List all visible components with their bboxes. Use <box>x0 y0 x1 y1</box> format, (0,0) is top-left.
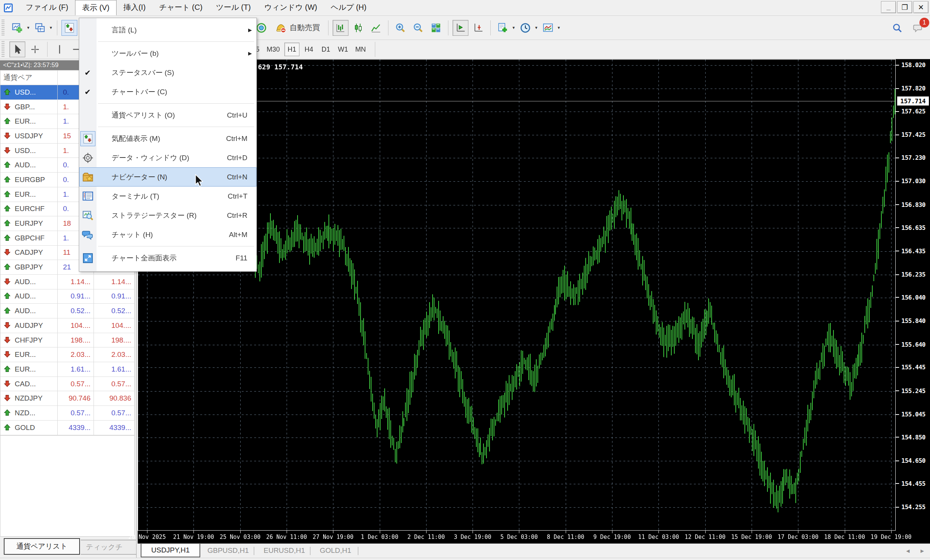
arrow-up-icon <box>3 205 12 213</box>
symbol-cell: GBPJPY <box>0 260 58 275</box>
time-axis-label: 9 Dec 19:00 <box>593 534 631 540</box>
view-menu-item[interactable]: ✔チャートバー (C) <box>79 82 256 101</box>
chart-tab[interactable]: GOLD,H1 <box>312 544 359 557</box>
timeframe-m30-button[interactable]: M30 <box>264 43 282 56</box>
chart-tab[interactable]: GBPUSD,H1 <box>200 544 256 557</box>
cursor-tool-button[interactable] <box>9 41 25 57</box>
dropdown-caret-icon[interactable]: ▼ <box>534 26 538 30</box>
chat-notification-button[interactable]: 1 <box>910 20 926 36</box>
chart-shift-icon <box>473 22 484 34</box>
arrow-up-icon <box>3 365 12 373</box>
view-menu-item[interactable]: ナビゲーター (N)Ctrl+N <box>79 167 256 187</box>
auto-scroll-button[interactable] <box>453 20 468 36</box>
tab-symbols-list[interactable]: 通貨ペアリスト <box>4 538 80 555</box>
dropdown-caret-icon[interactable]: ▼ <box>26 26 30 30</box>
chart-tab[interactable]: EURUSD,H1 <box>256 544 313 557</box>
zoom-out-button[interactable] <box>410 20 426 36</box>
view-menu-item[interactable]: 気配値表示 (M)Ctrl+M <box>79 129 256 148</box>
chart-shift-button[interactable] <box>470 20 486 36</box>
chart-bars-icon <box>335 22 346 34</box>
tab-scroll-left-icon[interactable]: ◄ <box>905 548 911 554</box>
time-axis-label: 5 Dec 03:00 <box>500 534 538 540</box>
market-watch-row[interactable]: CAD...0.57...0.57... <box>0 377 134 391</box>
view-menu-item[interactable]: データ・ウィンドウ (D)Ctrl+D <box>79 148 256 167</box>
view-menu-item[interactable]: ✔ステータスバー (S) <box>79 63 256 82</box>
timeframe-w1-button[interactable]: W1 <box>335 43 351 56</box>
candlestick-button[interactable] <box>350 20 366 36</box>
autotrade-button[interactable]: 自動売買 <box>271 20 324 36</box>
dropdown-caret-icon[interactable]: ▼ <box>557 26 561 30</box>
menu-item-shortcut: Ctrl+D <box>227 154 247 162</box>
menubar-item[interactable]: ヘルプ (H) <box>324 0 373 15</box>
dropdown-caret-icon[interactable]: ▼ <box>49 26 53 30</box>
menubar-item[interactable]: ファイル (F) <box>19 0 75 15</box>
timeframe-mn-button[interactable]: MN <box>353 43 368 56</box>
market-watch-row[interactable]: NZD...0.57...0.57... <box>0 406 134 420</box>
market-watch-button[interactable] <box>62 20 77 36</box>
profiles-button[interactable] <box>32 20 48 36</box>
new-chart-button[interactable] <box>9 20 25 36</box>
crosshair-tool-button[interactable] <box>27 41 43 57</box>
market-watch-row[interactable]: EUR...2.03...2.03... <box>0 347 134 362</box>
dropdown-caret-icon[interactable]: ▼ <box>512 26 516 30</box>
restore-button[interactable]: ❐ <box>897 1 912 13</box>
column-header-symbol[interactable]: 通貨ペア <box>0 71 58 85</box>
arrow-up-icon <box>3 307 12 315</box>
toolbar-drag-handle[interactable] <box>2 20 5 36</box>
market-watch-row[interactable]: CHFJPY198....198.... <box>0 333 134 348</box>
market-watch-row[interactable]: NZDJPY90.74690.836 <box>0 391 134 406</box>
view-menu-item[interactable]: ツールバー (b)▶ <box>79 44 256 63</box>
current-price-tag: 157.714 <box>897 97 929 106</box>
timeframe-h4-button[interactable]: H4 <box>301 43 316 56</box>
price-axis-label: 156.635 <box>896 224 925 232</box>
templates-button[interactable] <box>495 20 511 36</box>
price-axis-label: 156.235 <box>896 271 925 278</box>
arrow-down-icon <box>3 394 12 402</box>
menubar-item[interactable]: ウィンドウ (W) <box>257 0 324 15</box>
tile-windows-button[interactable] <box>428 20 444 36</box>
symbol-label: AUD... <box>15 161 36 169</box>
price-axis[interactable]: 158.020157.820157.625157.425157.230157.0… <box>896 59 930 543</box>
timeframe-d1-button[interactable]: D1 <box>318 43 333 56</box>
price-tick-mark <box>896 297 899 298</box>
market-watch-row[interactable]: EUR...1.61...1.61... <box>0 362 134 377</box>
view-menu-item[interactable]: 言語 (L)▶ <box>79 20 256 40</box>
toolbar-drag-handle[interactable] <box>2 41 5 58</box>
menubar-item[interactable]: 表示 (V) <box>75 0 117 15</box>
close-button[interactable]: ✕ <box>913 1 928 13</box>
market-watch-row[interactable]: AUD...0.52...0.52... <box>0 304 134 318</box>
view-menu-item[interactable]: チャット (H)Alt+M <box>79 225 256 244</box>
periods-button[interactable] <box>517 20 533 36</box>
chart-tab-active[interactable]: USDJPY,H1 <box>141 543 200 557</box>
view-menu-item[interactable]: チャート全画面表示F11 <box>79 249 256 268</box>
symbol-label: AUD... <box>15 307 36 315</box>
market-watch-row[interactable]: AUDJPY104....104.... <box>0 318 134 333</box>
buy-price-cell: 2.03... <box>94 347 134 362</box>
timeframe-h1-button[interactable]: H1 <box>284 43 299 56</box>
market-watch-row[interactable]: AUD...1.14...1.14... <box>0 275 134 289</box>
zoom-in-button[interactable] <box>393 20 408 36</box>
time-axis[interactable]: 20 Nov 202521 Nov 19:0025 Nov 03:0026 No… <box>138 532 930 543</box>
menubar-item[interactable]: ツール (T) <box>209 0 257 15</box>
indicators-button[interactable] <box>540 20 556 36</box>
view-menu-item[interactable]: ターミナル (T)Ctrl+T <box>79 187 256 206</box>
search-button[interactable] <box>889 20 905 36</box>
menu-item-label: ツールバー (b) <box>112 49 159 58</box>
tab-tick-chart[interactable]: ティックチ <box>81 540 137 555</box>
symbol-label: AUD... <box>15 278 36 286</box>
view-menu-item[interactable]: ストラテジーテスター (R)Ctrl+R <box>79 206 256 225</box>
vertical-line-tool-button[interactable] <box>52 41 68 57</box>
menubar-item[interactable]: 挿入(I) <box>117 0 152 15</box>
minimize-button[interactable]: _ <box>881 1 896 13</box>
market-watch-row[interactable]: AUD...0.91...0.91... <box>0 289 134 304</box>
new-chart-icon <box>12 22 23 34</box>
tab-scroll-right-icon[interactable]: ► <box>919 548 925 554</box>
line-chart-button[interactable] <box>368 20 384 36</box>
view-menu-popup: 言語 (L)▶ツールバー (b)▶✔ステータスバー (S)✔チャートバー (C)… <box>79 18 257 272</box>
menubar-item[interactable]: チャート (C) <box>152 0 209 15</box>
view-menu-item[interactable]: 通貨ペアリスト (O)Ctrl+U <box>79 106 256 125</box>
bar-chart-button[interactable] <box>333 20 348 36</box>
market-watch-row[interactable]: GOLD4339...4339... <box>0 420 134 435</box>
submenu-arrow-icon: ▶ <box>248 27 252 33</box>
price-tick-mark <box>896 507 899 508</box>
